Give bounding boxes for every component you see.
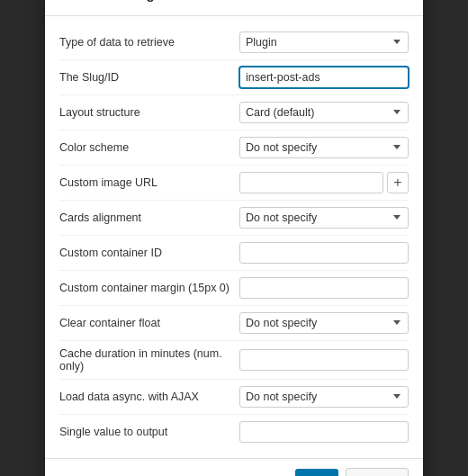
dialog-body: Type of data to retrieve Plugin The Slug… [45,16,423,458]
select-load-data-async[interactable]: Do not specify [239,386,409,408]
control-custom-container-id [239,242,409,264]
label-layout-structure: Layout structure [59,106,239,119]
close-button[interactable]: × [392,0,409,4]
control-custom-container-margin [239,277,409,299]
input-single-value-output[interactable] [239,421,409,443]
label-clear-container-float: Clear container float [59,317,239,329]
control-cards-alignment: Do not specify [239,207,409,229]
dialog: Insert WP Plugin Info Card Shortcode × T… [45,0,423,476]
input-custom-container-id[interactable] [239,242,409,264]
control-slug-id [239,67,409,88]
label-cache-duration: Cache duration in minutes (num. only) [59,347,239,373]
label-custom-container-id: Custom container ID [59,247,239,259]
input-custom-container-margin[interactable] [239,277,409,299]
control-type-of-data: Plugin [239,31,409,53]
dialog-footer: OK Cancel [45,458,423,477]
form-row-slug-id: The Slug/ID [59,60,409,95]
select-cards-alignment[interactable]: Do not specify [239,207,409,229]
form-row-clear-container-float: Clear container float Do not specify [59,306,409,341]
form-row-custom-container-margin: Custom container margin (15px 0) [59,271,409,306]
control-load-data-async: Do not specify [239,386,409,408]
form-row-color-scheme: Color scheme Do not specify [59,130,409,166]
form-row-custom-container-id: Custom container ID [59,236,409,271]
select-type-of-data[interactable]: Plugin [239,31,409,53]
control-clear-container-float: Do not specify [239,312,409,334]
form-row-custom-image-url: Custom image URL + [59,166,409,201]
select-clear-container-float[interactable]: Do not specify [239,312,409,334]
control-custom-image-url: + [239,172,409,193]
form-row-load-data-async: Load data async. with AJAX Do not specif… [59,380,409,415]
label-custom-container-margin: Custom container margin (15px 0) [59,282,239,294]
label-custom-image-url: Custom image URL [59,176,239,189]
control-single-value-output [239,421,409,443]
control-color-scheme: Do not specify [239,137,409,158]
dialog-title: Insert WP Plugin Info Card Shortcode [59,0,300,2]
label-color-scheme: Color scheme [59,141,239,154]
cancel-button[interactable]: Cancel [346,468,409,477]
control-cache-duration [239,349,409,371]
form-row-cache-duration: Cache duration in minutes (num. only) [59,341,409,380]
label-cards-alignment: Cards alignment [59,211,239,224]
ok-button[interactable]: OK [295,469,338,477]
label-single-value-output: Single value to output [59,426,239,438]
input-custom-image-url[interactable] [239,172,383,193]
dialog-header: Insert WP Plugin Info Card Shortcode × [45,0,423,16]
control-layout-structure: Card (default) [239,102,409,123]
form-row-type-of-data: Type of data to retrieve Plugin [59,25,409,60]
form-row-single-value-output: Single value to output [59,415,409,449]
select-layout-structure[interactable]: Card (default) [239,102,409,123]
label-type-of-data: Type of data to retrieve [59,36,239,49]
form-row-layout-structure: Layout structure Card (default) [59,95,409,130]
plus-button[interactable]: + [387,172,409,193]
form-row-cards-alignment: Cards alignment Do not specify [59,201,409,236]
label-load-data-async: Load data async. with AJAX [59,391,239,403]
input-slug-id[interactable] [239,67,409,88]
label-slug-id: The Slug/ID [59,71,239,84]
input-cache-duration[interactable] [239,349,409,371]
select-color-scheme[interactable]: Do not specify [239,137,409,158]
